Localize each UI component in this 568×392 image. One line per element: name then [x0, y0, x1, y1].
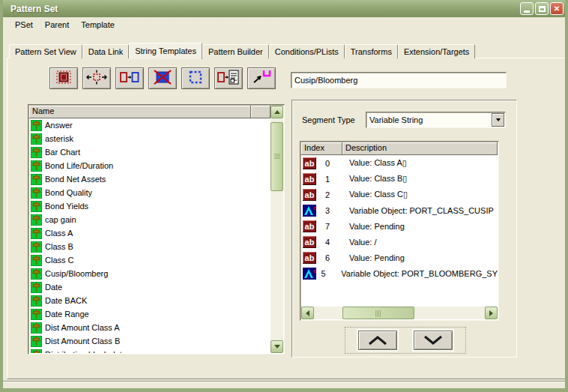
template-icon	[31, 120, 42, 131]
segment-table-hscrollbar[interactable]	[301, 307, 498, 319]
menu-item-parent[interactable]: Parent	[39, 19, 75, 31]
minimize-button[interactable]	[520, 2, 534, 15]
table-row[interactable]: ab4Value: /	[301, 234, 498, 250]
list-item[interactable]: Bond Yields	[29, 199, 271, 213]
list-item[interactable]: Bond Net Assets	[29, 172, 271, 186]
list-item[interactable]: Answer	[29, 118, 271, 132]
list-item[interactable]: Class C	[29, 253, 271, 267]
row-description: Value: Pending	[339, 253, 405, 262]
value-icon: ab	[303, 236, 316, 248]
list-item[interactable]: Bond Quality	[29, 186, 271, 199]
list-item[interactable]: Class B	[29, 240, 271, 253]
maximize-button[interactable]	[535, 2, 549, 15]
select-segment-button[interactable]	[181, 67, 210, 89]
row-index: 0	[316, 159, 339, 168]
segment-table-header: Index Description	[301, 142, 498, 155]
empty-column-header	[251, 106, 271, 118]
delete-segment-button[interactable]	[148, 67, 177, 89]
list-item[interactable]: Dist Amount Class A	[29, 321, 271, 334]
template-icon	[31, 295, 42, 307]
list-item[interactable]: Cusip/Bloomberg	[29, 267, 271, 280]
row-description: Value: Pending	[339, 222, 405, 231]
scroll-down-button[interactable]	[271, 340, 283, 353]
list-item-label: Bond Yields	[45, 202, 88, 211]
row-description: Value: /	[339, 238, 377, 247]
row-index: 4	[316, 238, 339, 247]
template-list-vscrollbar[interactable]	[271, 106, 283, 353]
delete-segment-icon	[153, 70, 172, 88]
menu-item-pset[interactable]: PSet	[9, 19, 39, 31]
value-icon: ab	[303, 173, 316, 185]
svg-text:ab: ab	[305, 175, 315, 184]
close-button[interactable]: ✕	[550, 2, 564, 15]
segment-toolbar	[49, 67, 276, 89]
list-item[interactable]: Date BACK	[29, 294, 271, 307]
list-item-label: Answer	[45, 121, 73, 130]
list-item[interactable]: asterisk	[29, 132, 271, 145]
move-up-button[interactable]	[358, 331, 397, 350]
tab-string-templates[interactable]: String Templates	[129, 43, 202, 59]
tab-extension-targets[interactable]: Extension/Targets	[398, 44, 475, 58]
scroll-up-button[interactable]	[271, 106, 283, 118]
scroll-left-button[interactable]	[301, 307, 314, 319]
svg-text:ab: ab	[305, 159, 315, 168]
list-item[interactable]: Date	[29, 280, 271, 294]
row-description: Variable Object: PORT_BLOOMBERG_SY	[330, 269, 498, 278]
tab-conditions-plists[interactable]: Conditions/PLists	[269, 44, 345, 58]
row-index: 6	[316, 253, 339, 262]
name-column-header[interactable]: Name	[29, 106, 251, 118]
template-icon	[31, 133, 42, 145]
combo-dropdown-button[interactable]	[492, 113, 504, 127]
template-icon	[31, 214, 42, 226]
chevron-right-icon	[489, 310, 493, 316]
segment-type-combobox[interactable]: Variable String	[366, 112, 506, 128]
template-name-field[interactable]: Cusip/Bloomberg	[291, 72, 507, 88]
tab-pattern-builder[interactable]: Pattern Builder	[202, 44, 269, 58]
tab-pattern-set-view[interactable]: Pattern Set View	[9, 44, 82, 58]
list-item[interactable]: cap gain	[29, 213, 271, 226]
list-item[interactable]: Bond Life/Duration	[29, 159, 271, 172]
scroll-right-button[interactable]	[485, 307, 498, 319]
index-column-header[interactable]: Index	[301, 142, 342, 155]
description-column-header[interactable]: Description	[342, 142, 498, 155]
select-segment-icon	[186, 70, 205, 88]
reorder-buttons-group	[345, 327, 466, 354]
list-item[interactable]: Dist Amount Class B	[29, 334, 271, 348]
tab-strip: Pattern Set ViewData LinkString Template…	[9, 43, 475, 58]
menu-item-template[interactable]: Template	[75, 19, 121, 31]
filled-segment-icon	[54, 70, 73, 88]
filled-segment-button[interactable]	[49, 67, 78, 89]
copy-segment-button[interactable]	[115, 67, 144, 89]
svg-text:ab: ab	[305, 253, 315, 262]
row-index: 2	[316, 190, 339, 199]
list-item[interactable]: Bar Chart	[29, 145, 271, 159]
promote-segment-button[interactable]	[247, 67, 276, 89]
move-down-button[interactable]	[414, 331, 453, 350]
table-row[interactable]: ab6Value: Pending	[301, 250, 498, 265]
list-item[interactable]: Date Range	[29, 307, 271, 321]
table-row[interactable]: ab2Value: Class C▯	[301, 187, 498, 202]
move-segment-button[interactable]	[82, 67, 111, 89]
tab-data-link[interactable]: Data Link	[82, 44, 129, 58]
table-row[interactable]: c5Variable Object: PORT_BLOOMBERG_SY	[301, 265, 498, 281]
row-description: Value: Class C▯	[339, 190, 408, 199]
list-item-label: Bond Life/Duration	[45, 161, 113, 170]
segment-table-rows: ab0Value: Class A▯ab1Value: Class B▯ab2V…	[301, 155, 498, 307]
thumb-grip-icon	[375, 310, 381, 317]
value-icon: ab	[303, 220, 316, 232]
variable-icon: c	[303, 205, 316, 217]
segment-detail-button[interactable]	[214, 67, 243, 89]
list-item[interactable]: Distribution blank date	[29, 348, 271, 353]
list-item[interactable]: Class A	[29, 226, 271, 240]
table-row[interactable]: ab1Value: Class B▯	[301, 171, 498, 187]
table-row[interactable]: c3Variable Object: PORT_CLASS_CUSIP	[301, 202, 498, 218]
title-bar[interactable]: Pattern Set ✕	[0, 0, 568, 17]
hscroll-thumb[interactable]	[342, 307, 414, 319]
table-row[interactable]: ab7Value: Pending	[301, 218, 498, 234]
table-row[interactable]: ab0Value: Class A▯	[301, 155, 498, 171]
vscroll-thumb[interactable]	[271, 122, 283, 191]
template-icon	[31, 349, 42, 354]
tab-transforms[interactable]: Transforms	[345, 44, 398, 58]
list-item-label: Class C	[45, 256, 74, 265]
list-item-label: Bond Quality	[45, 188, 92, 197]
